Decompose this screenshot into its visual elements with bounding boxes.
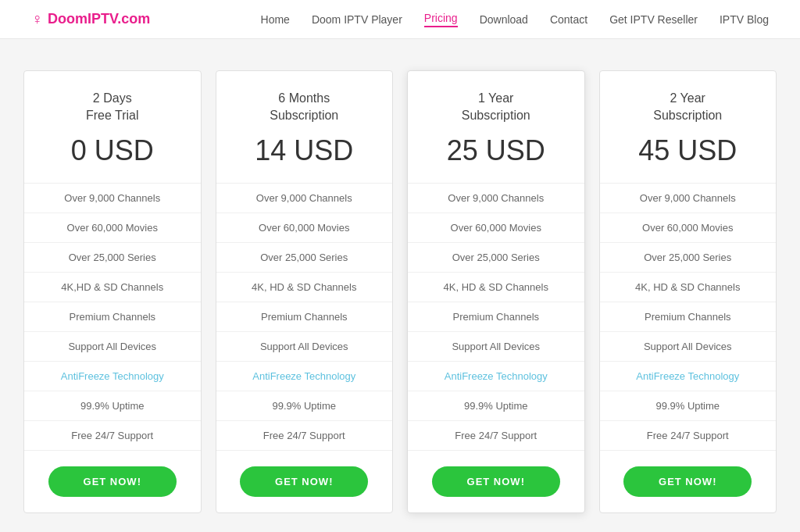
pricing-grid: 2 DaysFree Trial0 USDOver 9,000 Channels… [23, 70, 777, 513]
plan-header: 2 DaysFree Trial0 USD [24, 71, 201, 184]
feature-row: Free 24/7 Support [24, 421, 201, 450]
feature-row: 4K,HD & SD Channels [24, 273, 201, 302]
plan-features: Over 9,000 ChannelsOver 60,000 MoviesOve… [216, 184, 393, 450]
plan-name: 2 DaysFree Trial [37, 90, 188, 125]
plan-card-plan-1year: 1 YearSubscription25 USDOver 9,000 Chann… [407, 70, 585, 513]
plan-card-plan-6months: 6 MonthsSubscription14 USDOver 9,000 Cha… [216, 70, 394, 513]
feature-row: Support All Devices [600, 332, 777, 362]
feature-row: Support All Devices [216, 332, 393, 362]
plan-price: 14 USD [229, 134, 380, 167]
plan-name: 1 YearSubscription [420, 90, 572, 125]
feature-row: Support All Devices [408, 332, 584, 362]
feature-row: Premium Channels [24, 302, 201, 332]
feature-row: 99.9% Uptime [216, 391, 393, 421]
site-logo: ♀ DoomIPTV.com [31, 10, 150, 28]
feature-row: AntiFreeze Technology [600, 362, 777, 391]
plan-footer: GET NOW! [600, 450, 777, 512]
feature-row: Over 25,000 Series [408, 243, 584, 273]
nav-item-home[interactable]: Home [261, 13, 290, 26]
feature-row: 99.9% Uptime [24, 391, 201, 421]
feature-row: Over 9,000 Channels [600, 184, 777, 213]
feature-row: Premium Channels [600, 302, 777, 332]
feature-row: Free 24/7 Support [600, 421, 777, 450]
nav-item-contact[interactable]: Contact [550, 13, 588, 26]
feature-row: Free 24/7 Support [216, 421, 393, 450]
main-content: 2 DaysFree Trial0 USDOver 9,000 Channels… [0, 39, 800, 532]
feature-row: Over 25,000 Series [600, 243, 777, 273]
feature-row: AntiFreeze Technology [408, 362, 584, 391]
plan-footer: GET NOW! [408, 450, 584, 512]
plan-footer: GET NOW! [24, 450, 201, 512]
feature-row: Over 60,000 Movies [408, 213, 584, 243]
feature-row: Over 9,000 Channels [216, 184, 393, 213]
feature-row: 4K, HD & SD Channels [600, 273, 777, 302]
nav-item-get-iptv-reseller[interactable]: Get IPTV Reseller [609, 13, 698, 26]
feature-row: Over 60,000 Movies [216, 213, 393, 243]
get-now-button[interactable]: GET NOW! [432, 466, 560, 497]
nav-item-download[interactable]: Download [480, 13, 528, 26]
site-header: ♀ DoomIPTV.com HomeDoom IPTV PlayerPrici… [0, 0, 800, 39]
plan-features: Over 9,000 ChannelsOver 60,000 MoviesOve… [24, 184, 201, 450]
plan-features: Over 9,000 ChannelsOver 60,000 MoviesOve… [600, 184, 777, 450]
feature-row: AntiFreeze Technology [24, 362, 201, 391]
feature-row: 4K, HD & SD Channels [216, 273, 393, 302]
feature-row: Over 9,000 Channels [408, 184, 584, 213]
feature-row: 4K, HD & SD Channels [408, 273, 584, 302]
nav-item-iptv-blog[interactable]: IPTV Blog [720, 13, 769, 26]
get-now-button[interactable]: GET NOW! [623, 466, 752, 497]
feature-row: 99.9% Uptime [600, 391, 777, 421]
plan-header: 6 MonthsSubscription14 USD [216, 71, 393, 184]
feature-row: AntiFreeze Technology [216, 362, 393, 391]
feature-row: Free 24/7 Support [408, 421, 584, 450]
feature-row: Over 60,000 Movies [24, 213, 201, 243]
feature-row: Premium Channels [216, 302, 393, 332]
feature-row: Over 25,000 Series [216, 243, 393, 273]
get-now-button[interactable]: GET NOW! [48, 466, 177, 497]
feature-row: Premium Channels [408, 302, 584, 332]
plan-card-plan-2year: 2 YearSubscription45 USDOver 9,000 Chann… [599, 70, 777, 513]
plan-name: 6 MonthsSubscription [229, 90, 380, 125]
get-now-button[interactable]: GET NOW! [240, 466, 368, 497]
plan-price: 25 USD [420, 134, 572, 167]
plan-price: 45 USD [612, 134, 764, 167]
nav-item-pricing[interactable]: Pricing [424, 12, 458, 27]
feature-row: Over 25,000 Series [24, 243, 201, 273]
feature-row: 99.9% Uptime [408, 391, 584, 421]
nav-item-doom-iptv-player[interactable]: Doom IPTV Player [312, 13, 402, 26]
plan-header: 2 YearSubscription45 USD [600, 71, 777, 184]
plan-features: Over 9,000 ChannelsOver 60,000 MoviesOve… [408, 184, 584, 450]
plan-price: 0 USD [37, 134, 188, 167]
main-nav: HomeDoom IPTV PlayerPricingDownloadConta… [261, 12, 769, 27]
plan-footer: GET NOW! [216, 450, 393, 512]
logo-text: DoomIPTV.com [48, 11, 150, 27]
plan-header: 1 YearSubscription25 USD [408, 71, 584, 184]
feature-row: Over 9,000 Channels [24, 184, 201, 213]
feature-row: Over 60,000 Movies [600, 213, 777, 243]
logo-icon: ♀ [31, 10, 43, 28]
plan-card-plan-2days: 2 DaysFree Trial0 USDOver 9,000 Channels… [23, 70, 202, 513]
feature-row: Support All Devices [24, 332, 201, 362]
plan-name: 2 YearSubscription [612, 90, 764, 125]
